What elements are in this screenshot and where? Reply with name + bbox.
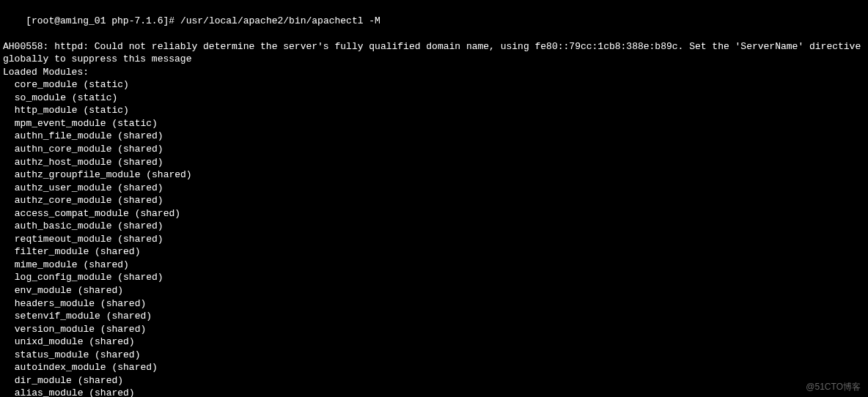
prompt-1: [root@aming_01 php-7.1.6]# <box>26 15 174 26</box>
module-entry: setenvif_module (shared) <box>3 310 865 323</box>
module-entry: authz_host_module (shared) <box>3 156 865 169</box>
module-entry: core_module (static) <box>3 78 865 92</box>
module-entry: http_module (static) <box>3 104 865 117</box>
module-entry: log_config_module (shared) <box>3 271 865 284</box>
module-entry: mpm_event_module (static) <box>3 117 865 130</box>
command-text: /usr/local/apache2/bin/apachectl -M <box>180 15 380 26</box>
module-entry: authz_core_module (shared) <box>3 194 865 207</box>
module-entry: authz_user_module (shared) <box>3 182 865 195</box>
module-entry: unixd_module (shared) <box>3 335 865 349</box>
module-entry: alias_module (shared) <box>3 387 865 397</box>
module-entry: env_module (shared) <box>3 284 865 297</box>
module-entry: mime_module (shared) <box>3 259 865 272</box>
module-entry: status_module (shared) <box>3 349 865 362</box>
module-entry: auth_basic_module (shared) <box>3 220 865 233</box>
module-entry: version_module (shared) <box>3 323 865 336</box>
module-entry: reqtimeout_module (shared) <box>3 233 865 246</box>
command-line-1: [root@aming_01 php-7.1.6]# /usr/local/ap… <box>3 1 865 40</box>
terminal-container[interactable]: [root@aming_01 php-7.1.6]# /usr/local/ap… <box>3 1 865 397</box>
module-entry: autoindex_module (shared) <box>3 361 865 374</box>
module-entry: access_compat_module (shared) <box>3 207 865 220</box>
watermark-text: @51CTO博客 <box>806 381 861 393</box>
module-entry: authn_file_module (shared) <box>3 130 865 143</box>
module-entry: dir_module (shared) <box>3 374 865 387</box>
loaded-modules-header: Loaded Modules: <box>3 66 865 79</box>
module-entry: authn_core_module (shared) <box>3 143 865 156</box>
module-entry: so_module (static) <box>3 92 865 105</box>
module-entry: filter_module (shared) <box>3 245 865 259</box>
module-entry: authz_groupfile_module (shared) <box>3 168 865 182</box>
warning-line: AH00558: httpd: Could not reliably deter… <box>3 40 865 66</box>
module-entry: headers_module (shared) <box>3 297 865 311</box>
modules-list: core_module (static) so_module (static) … <box>3 78 865 397</box>
